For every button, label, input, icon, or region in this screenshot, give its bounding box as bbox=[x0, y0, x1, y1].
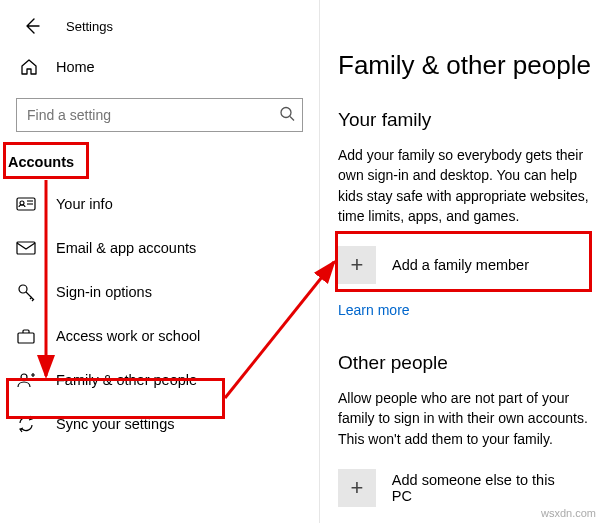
nav-home-label: Home bbox=[56, 59, 95, 75]
header-row: Settings bbox=[0, 10, 319, 46]
sidebar: Settings Home Accounts Your info bbox=[0, 0, 320, 523]
plus-icon: + bbox=[338, 246, 376, 284]
sidebar-item-label: Sync your settings bbox=[56, 416, 174, 432]
family-heading: Your family bbox=[338, 109, 600, 131]
sidebar-item-work[interactable]: Access work or school bbox=[0, 314, 319, 358]
add-other-user-button[interactable]: + Add someone else to this PC bbox=[338, 465, 578, 511]
other-heading: Other people bbox=[338, 352, 600, 374]
search-wrap bbox=[16, 98, 303, 132]
svg-point-9 bbox=[21, 374, 27, 380]
other-description: Allow people who are not part of your fa… bbox=[338, 388, 600, 449]
svg-rect-8 bbox=[18, 333, 34, 343]
sidebar-item-label: Access work or school bbox=[56, 328, 200, 344]
sidebar-subnav: Your info Email & app accounts Sign-in o… bbox=[0, 182, 319, 446]
family-description: Add your family so everybody gets their … bbox=[338, 145, 600, 226]
search-input[interactable] bbox=[16, 98, 303, 132]
sidebar-item-label: Email & app accounts bbox=[56, 240, 196, 256]
add-family-label: Add a family member bbox=[392, 257, 529, 273]
sidebar-item-label: Sign-in options bbox=[56, 284, 152, 300]
svg-rect-6 bbox=[17, 242, 35, 254]
sidebar-item-your-info[interactable]: Your info bbox=[0, 182, 319, 226]
main-panel: Family & other people Your family Add yo… bbox=[320, 0, 600, 523]
briefcase-icon bbox=[16, 326, 36, 346]
people-add-icon bbox=[16, 370, 36, 390]
id-card-icon bbox=[16, 194, 36, 214]
sidebar-item-label: Family & other people bbox=[56, 372, 197, 388]
sidebar-heading: Accounts bbox=[0, 146, 319, 182]
sidebar-item-email[interactable]: Email & app accounts bbox=[0, 226, 319, 270]
svg-point-3 bbox=[20, 201, 24, 205]
home-icon bbox=[20, 58, 38, 76]
sidebar-item-label: Your info bbox=[56, 196, 113, 212]
app-title: Settings bbox=[66, 19, 113, 34]
nav-home[interactable]: Home bbox=[0, 46, 319, 88]
add-family-member-button[interactable]: + Add a family member bbox=[338, 242, 578, 288]
add-other-label: Add someone else to this PC bbox=[392, 472, 578, 504]
page-title: Family & other people bbox=[338, 50, 600, 81]
sync-icon bbox=[16, 414, 36, 434]
sidebar-item-signin[interactable]: Sign-in options bbox=[0, 270, 319, 314]
key-icon bbox=[16, 282, 36, 302]
mail-icon bbox=[16, 238, 36, 258]
watermark: wsxdn.com bbox=[541, 507, 596, 519]
learn-more-link[interactable]: Learn more bbox=[338, 302, 410, 318]
back-arrow-icon bbox=[22, 16, 42, 36]
back-button[interactable] bbox=[20, 14, 44, 38]
svg-point-7 bbox=[19, 285, 27, 293]
sidebar-item-family[interactable]: Family & other people bbox=[0, 358, 319, 402]
sidebar-item-sync[interactable]: Sync your settings bbox=[0, 402, 319, 446]
plus-icon: + bbox=[338, 469, 376, 507]
